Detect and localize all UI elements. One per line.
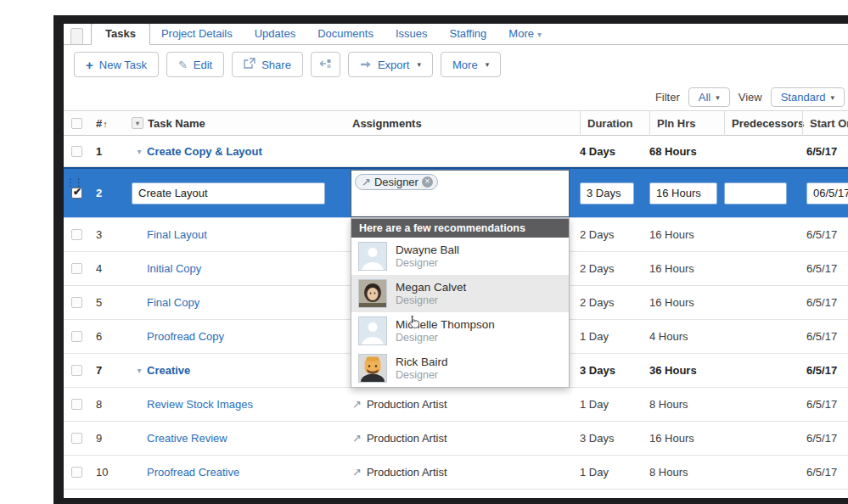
row-checkbox[interactable] (71, 365, 82, 376)
pln-hrs-cell[interactable]: 4 Hours (649, 330, 724, 343)
assignments-cell[interactable]: ↗Production Artist (351, 398, 580, 411)
start-cell[interactable]: 6/5/17 (802, 500, 848, 504)
task-name-link[interactable]: Proofread Creative (147, 466, 239, 479)
duration-cell[interactable]: 2 Days (580, 262, 649, 275)
start-cell[interactable]: 6/5/17 (802, 228, 848, 241)
table-row[interactable]: 11 Present and Review Creative ↗Art Dire… (64, 490, 848, 504)
start-cell[interactable]: 6/5/17 (802, 145, 848, 158)
view-dropdown[interactable]: Standard ▾ (771, 87, 845, 107)
duration-cell[interactable]: 2 Days (580, 228, 649, 241)
table-row-selected[interactable]: ⋮⋮ ✔ 2 ↗ Designer × (64, 167, 848, 218)
row-checkbox[interactable] (71, 297, 82, 308)
column-menu-icon[interactable]: ▾ (132, 117, 143, 129)
recommendation-item-michelle-thompson[interactable]: Michelle ThompsonDesigner (351, 312, 569, 350)
row-checkbox[interactable] (71, 229, 82, 240)
duration-cell[interactable]: 4 Days (580, 145, 649, 158)
duration-cell[interactable]: 3 Days (580, 364, 649, 377)
assignments-cell[interactable]: ↗Production Artist (351, 432, 580, 445)
tab-documents[interactable]: Documents (306, 24, 385, 44)
task-name-link[interactable]: Initial Copy (147, 262, 201, 275)
task-name-link[interactable]: Present and Review Creative (147, 500, 289, 504)
pln-hrs-cell[interactable]: 68 Hours (649, 145, 724, 158)
recommendation-item-rick-baird[interactable]: Rick BairdDesigner (351, 350, 569, 387)
row-checkbox[interactable] (71, 263, 82, 274)
pln-hrs-cell[interactable]: 16 Hours (649, 228, 724, 241)
task-name-input[interactable] (132, 182, 325, 204)
pln-hrs-cell[interactable]: 4 Hours (649, 500, 724, 504)
task-name-link[interactable]: Review Stock Images (147, 398, 253, 411)
column-header-num[interactable]: #↑ (93, 117, 132, 130)
share-button[interactable]: Share (232, 52, 303, 77)
tab-staffing[interactable]: Staffing (438, 24, 497, 44)
filter-dropdown[interactable]: All ▾ (688, 87, 730, 107)
start-cell[interactable]: 6/5/17 (802, 398, 848, 411)
edit-button[interactable]: ✎ Edit (166, 52, 224, 77)
row-checkbox[interactable] (71, 433, 82, 444)
task-name-link[interactable]: Creative Review (147, 432, 227, 445)
column-header-start[interactable]: Start On (802, 111, 848, 136)
more-button[interactable]: More ▾ (441, 52, 501, 77)
chip-remove-icon[interactable]: × (422, 176, 433, 188)
start-cell[interactable]: 6/5/17 (802, 262, 848, 275)
tab-more[interactable]: More▾ (497, 24, 553, 44)
planned-hours-input[interactable] (649, 182, 717, 204)
duration-input[interactable] (580, 182, 634, 204)
table-row[interactable]: 9 Creative Review ↗Production Artist 3 D… (64, 422, 848, 456)
duration-cell[interactable]: 1 Day (580, 466, 649, 479)
duration-cell[interactable]: 1 Day (580, 398, 649, 411)
move-tasks-button[interactable] (311, 52, 340, 77)
predecessors-input[interactable] (724, 182, 787, 204)
tab-updates[interactable]: Updates (244, 24, 306, 44)
duration-cell[interactable]: 4 Hours (580, 500, 649, 504)
duration-cell[interactable]: 2 Days (580, 296, 649, 309)
row-checkbox[interactable] (71, 399, 82, 410)
column-header-task-name[interactable]: ▾Task Name (132, 117, 351, 130)
pln-hrs-cell[interactable]: 8 Hours (649, 466, 724, 479)
drag-handle-icon[interactable]: ⋮⋮ (65, 179, 82, 186)
start-cell[interactable]: 6/5/17 (802, 364, 848, 377)
tab-tasks[interactable]: Tasks (91, 23, 150, 45)
pln-hrs-cell[interactable]: 16 Hours (649, 432, 724, 445)
column-header-duration[interactable]: Duration (580, 111, 649, 136)
column-header-predecessors[interactable]: Predecessors (724, 111, 802, 136)
export-button[interactable]: Export ▾ (348, 52, 433, 77)
collapse-icon[interactable]: ▾ (132, 366, 147, 375)
pln-hrs-cell[interactable]: 16 Hours (649, 262, 724, 275)
assignment-chip-designer[interactable]: ↗ Designer × (355, 174, 438, 190)
start-cell[interactable]: 6/5/17 (802, 432, 848, 445)
assignments-cell[interactable]: ↗Production Artist (351, 466, 580, 479)
start-cell[interactable]: 6/5/17 (802, 296, 848, 309)
pln-hrs-cell[interactable]: 8 Hours (649, 398, 724, 411)
task-name-link[interactable]: Final Copy (147, 296, 199, 309)
recommendation-item-megan-calvet[interactable]: Megan CalvetDesigner (351, 275, 569, 312)
table-row[interactable]: 1 ▾Create Copy & Layout 4 Days 68 Hours … (64, 136, 848, 167)
pln-hrs-cell[interactable]: 36 Hours (649, 364, 724, 377)
new-task-button[interactable]: + New Task (74, 52, 159, 77)
table-row[interactable]: 10 Proofread Creative ↗Production Artist… (64, 456, 848, 490)
tab-issues[interactable]: Issues (385, 24, 439, 44)
task-name-link[interactable]: Creative (147, 364, 190, 377)
row-checkbox[interactable] (71, 331, 82, 342)
task-name-link[interactable]: Create Copy & Layout (147, 145, 262, 158)
column-header-assignments[interactable]: Assignments (351, 117, 580, 130)
select-all-checkbox[interactable] (71, 118, 82, 129)
assignments-cell[interactable]: ↗Art Director (351, 500, 580, 504)
collapse-icon[interactable]: ▾ (132, 147, 147, 156)
tab-project-details[interactable]: Project Details (150, 24, 244, 44)
start-cell[interactable]: 6/5/17 (802, 330, 848, 343)
start-date-input[interactable] (806, 182, 848, 204)
table-row[interactable]: 8 Review Stock Images ↗Production Artist… (64, 388, 848, 422)
row-checkbox[interactable] (71, 501, 82, 504)
row-checkbox[interactable] (71, 146, 82, 157)
recommendation-item-dwayne-ball[interactable]: Dwayne BallDesigner (351, 238, 569, 275)
pln-hrs-cell[interactable]: 16 Hours (649, 296, 724, 309)
row-checkbox-checked[interactable]: ✔ (71, 188, 82, 199)
start-cell[interactable]: 6/5/17 (802, 466, 848, 479)
column-header-pln-hrs[interactable]: Pln Hrs (649, 111, 724, 136)
row-checkbox[interactable] (71, 467, 82, 478)
task-name-link[interactable]: Final Layout (147, 228, 207, 241)
task-name-link[interactable]: Proofread Copy (147, 330, 224, 343)
duration-cell[interactable]: 1 Day (580, 330, 649, 343)
assignments-input[interactable]: ↗ Designer × (351, 170, 570, 217)
duration-cell[interactable]: 3 Days (580, 432, 649, 445)
